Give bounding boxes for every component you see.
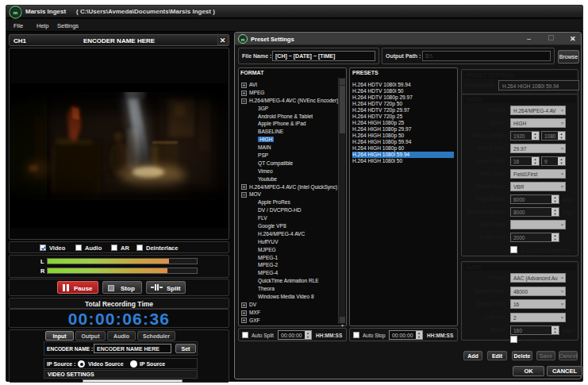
svg-text:m: m [241,37,245,42]
svg-text:m: m [13,10,17,15]
